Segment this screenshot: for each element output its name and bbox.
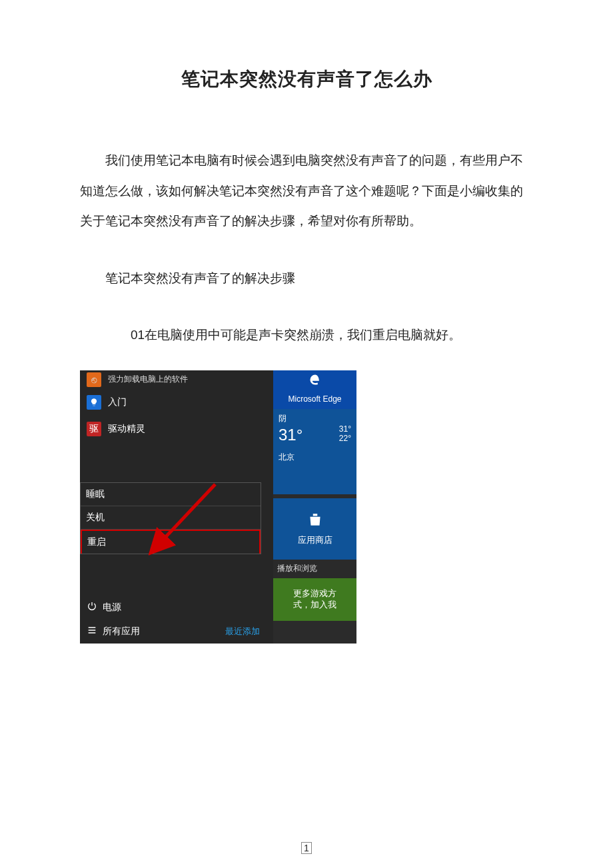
power-icon (87, 601, 97, 614)
page-number: 1 (0, 843, 613, 853)
xbox-games-tile[interactable]: 更多游戏方 式，加入我 (273, 578, 356, 621)
list-icon (87, 625, 97, 638)
embedded-screenshot: ⎋ 强力卸载电脑上的软件 入门 驱 驱动精灵 睡眠 关机 (80, 370, 356, 644)
all-apps-row[interactable]: 所有应用 最近添加 (80, 620, 273, 644)
power-restart-item[interactable]: 重启 (81, 530, 261, 554)
uninstall-icon: ⎋ (87, 372, 101, 387)
power-sleep-label: 睡眠 (86, 488, 105, 500)
power-sleep-item[interactable]: 睡眠 (81, 483, 261, 506)
power-restart-label: 重启 (87, 536, 106, 548)
weather-temp-hi: 31° (339, 424, 351, 434)
page-number-value: 1 (301, 842, 312, 854)
document-title: 笔记本突然没有声音了怎么办 (80, 67, 533, 92)
store-label: 应用商店 (298, 534, 332, 546)
edge-tile-top[interactable] (273, 370, 356, 389)
start-menu-bottom: 电源 所有应用 最近添加 (80, 596, 273, 644)
start-menu-item-driver[interactable]: 驱 驱动精灵 (80, 416, 273, 442)
section-subhead: 笔记本突然没有声音了的解决步骤 (80, 263, 533, 294)
start-menu-top-row: ⎋ 强力卸载电脑上的软件 (80, 370, 273, 389)
browse-section-label: 播放和浏览 (273, 560, 356, 578)
recent-added-link[interactable]: 最近添加 (225, 626, 260, 638)
all-apps-label: 所有应用 (103, 626, 140, 638)
intro-paragraph: 我们使用笔记本电脑有时候会遇到电脑突然没有声音了的问题，有些用户不知道怎么做，该… (80, 145, 533, 236)
store-tile[interactable]: 应用商店 (273, 498, 356, 560)
edge-tile-label[interactable]: Microsoft Edge (273, 389, 356, 409)
start-menu-item-intro[interactable]: 入门 (80, 389, 273, 416)
power-shutdown-label: 关机 (86, 512, 105, 524)
start-menu-item-label: 入门 (108, 396, 127, 408)
document-page: 笔记本突然没有声音了怎么办 我们使用笔记本电脑有时候会遇到电脑突然没有声音了的问… (0, 0, 613, 868)
browse-label: 播放和浏览 (277, 563, 317, 574)
store-icon (306, 511, 324, 530)
step-01-text: 01在电脑使用中可能是声卡突然崩溃，我们重启电脑就好。 (80, 320, 533, 350)
driver-icon: 驱 (87, 422, 101, 436)
start-menu-left-panel: ⎋ 强力卸载电脑上的软件 入门 驱 驱动精灵 睡眠 关机 (80, 370, 273, 644)
green-tile-line2: 式，加入我 (293, 600, 336, 611)
uninstall-label: 强力卸载电脑上的软件 (108, 374, 188, 385)
power-shutdown-item[interactable]: 关机 (81, 506, 261, 530)
lightbulb-icon (87, 395, 101, 410)
power-label: 电源 (103, 602, 121, 614)
weather-tile[interactable]: 阴 31° 31° 22° 北京 (273, 409, 356, 494)
power-submenu: 睡眠 关机 重启 (80, 482, 261, 554)
weather-city: 北京 (279, 452, 351, 463)
edge-label: Microsoft Edge (288, 394, 341, 404)
weather-temp-main: 31° (279, 424, 303, 445)
weather-temp-lo: 22° (339, 434, 351, 443)
green-tile-line1: 更多游戏方 (293, 588, 336, 600)
start-menu-item-label: 驱动精灵 (108, 423, 145, 435)
edge-logo-icon (308, 373, 322, 386)
power-button-row[interactable]: 电源 (80, 596, 273, 620)
weather-cond: 阴 (279, 413, 351, 424)
start-menu-tiles: Microsoft Edge 阴 31° 31° 22° 北京 应用商店 (273, 370, 356, 644)
